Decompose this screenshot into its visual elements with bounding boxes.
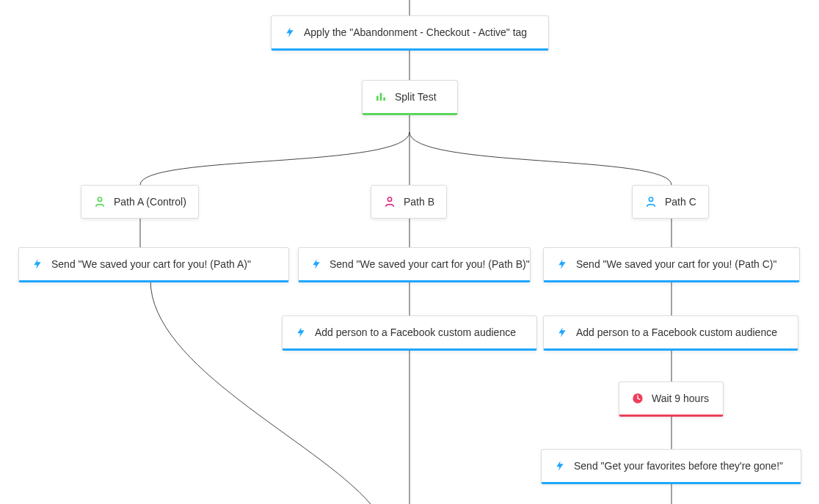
node-send-b[interactable]: Send "We saved your cart for you! (Path … <box>298 247 531 282</box>
node-label: Path C <box>665 196 696 208</box>
node-send-c2[interactable]: Send "Get your favorites before they're … <box>541 449 801 484</box>
svg-point-17 <box>387 197 391 201</box>
svg-rect-15 <box>383 98 385 101</box>
lightning-icon <box>556 258 569 271</box>
node-path-c[interactable]: Path C <box>632 185 709 219</box>
node-path-a[interactable]: Path A (Control) <box>81 185 199 219</box>
person-icon <box>644 195 658 208</box>
node-wait-c[interactable]: Wait 9 hours <box>619 381 724 417</box>
node-label: Wait 9 hours <box>652 392 709 404</box>
node-label: Path B <box>404 196 434 208</box>
node-label: Add person to a Facebook custom audience <box>576 326 777 338</box>
lightning-icon <box>556 326 569 339</box>
svg-point-18 <box>649 197 652 201</box>
svg-rect-13 <box>376 96 379 101</box>
node-label: Send "We saved your cart for you! (Path … <box>576 258 776 270</box>
node-apply-tag[interactable]: Apply the "Abandonment - Checkout - Acti… <box>271 15 549 51</box>
bar-chart-icon <box>374 90 387 103</box>
node-label: Add person to a Facebook custom audience <box>315 326 516 338</box>
person-icon <box>93 195 106 208</box>
node-label: Send "We saved your cart for you! (Path … <box>51 258 251 270</box>
person-icon <box>383 195 396 208</box>
node-label: Path A (Control) <box>114 196 186 208</box>
node-split-test[interactable]: Split Test <box>362 80 458 115</box>
lightning-icon <box>553 459 567 472</box>
svg-rect-14 <box>380 93 382 101</box>
node-send-a[interactable]: Send "We saved your cart for you! (Path … <box>18 247 289 282</box>
svg-point-16 <box>98 197 101 201</box>
node-path-b[interactable]: Path B <box>371 185 447 219</box>
node-label: Split Test <box>395 91 437 103</box>
lightning-icon <box>294 326 307 339</box>
lightning-icon <box>310 258 322 271</box>
node-label: Send "We saved your cart for you! (Path … <box>330 258 530 270</box>
lightning-icon <box>283 26 296 39</box>
node-send-c[interactable]: Send "We saved your cart for you! (Path … <box>543 247 800 282</box>
clock-icon <box>631 392 644 405</box>
node-label: Send "Get your favorites before they're … <box>574 460 783 472</box>
lightning-icon <box>31 258 44 271</box>
node-fb-b[interactable]: Add person to a Facebook custom audience <box>282 315 537 351</box>
node-label: Apply the "Abandonment - Checkout - Acti… <box>304 26 527 38</box>
node-fb-c[interactable]: Add person to a Facebook custom audience <box>543 315 798 351</box>
